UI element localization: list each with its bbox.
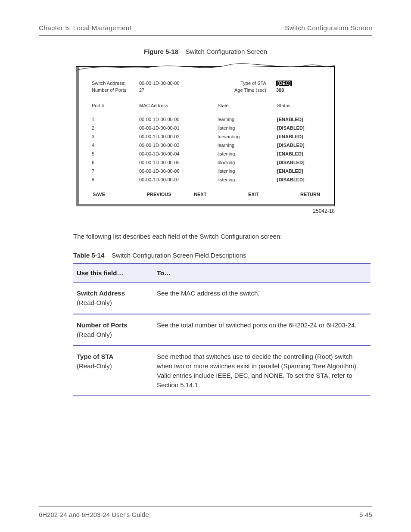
screenshot-body: Switch Address: Number of Ports: 00-00-1…: [76, 67, 335, 206]
next-button[interactable]: NEXT: [194, 192, 206, 197]
cell-status[interactable]: [DISABLED]: [277, 177, 319, 182]
cell-port: 2: [92, 125, 139, 131]
cell-status[interactable]: [ENABLED]: [277, 117, 319, 122]
screen-button-row: SAVE PREVIOUS NEXT EXIT RETURN: [92, 192, 321, 197]
figure-image-id: 25042-18: [76, 208, 335, 214]
exit-button[interactable]: EXIT: [248, 192, 258, 197]
table-caption: Table 5-14 Switch Configuration Screen F…: [73, 252, 372, 259]
return-button[interactable]: RETURN: [300, 192, 320, 197]
cell-mac: 00-00-1D-00-00-04: [139, 151, 218, 156]
table-row: 100-00-1D-00-00-00learning[ENABLED]: [92, 115, 321, 124]
cell-field: Number of Ports(Read-Only): [73, 314, 153, 346]
table-number: Table 5-14: [73, 252, 104, 259]
table-row: 800-00-1D-00-00-07listening[DISABLED]: [92, 175, 321, 184]
table-col1: Use this field…: [73, 264, 153, 282]
cell-mac: 00-00-1D-00-00-07: [139, 177, 218, 182]
type-sta-label: Type of STA:: [221, 81, 268, 87]
screen-table-body: 100-00-1D-00-00-00learning[ENABLED]200-0…: [92, 115, 321, 184]
previous-button[interactable]: PREVIOUS: [147, 192, 171, 197]
cell-field: Type of STA(Read-Only): [73, 345, 153, 396]
table-row: Type of STA(Read-Only)See method that sw…: [73, 345, 371, 396]
screen-table-header: Port # MAC Address State Status: [92, 103, 321, 108]
cell-port: 5: [92, 151, 139, 156]
table-row: Switch Address(Read-Only)See the MAC add…: [73, 282, 371, 314]
table-col2: To…: [153, 264, 371, 282]
screen-top-info: Switch Address: Number of Ports: 00-00-1…: [92, 81, 321, 94]
age-time-value[interactable]: 300: [276, 87, 302, 94]
cell-field: Switch Address(Read-Only): [73, 282, 153, 314]
age-time-label: Age Time (sec):: [221, 87, 268, 94]
figure-caption: Figure 5-18 Switch Configuration Screen: [39, 48, 372, 55]
table-row: Number of Ports(Read-Only)See the total …: [73, 314, 371, 346]
table-row: 300-00-1D-00-00-02forwarding[ENABLED]: [92, 132, 321, 141]
cell-port: 8: [92, 177, 139, 182]
screenshot-frame: Switch Address: Number of Ports: 00-00-1…: [76, 66, 335, 206]
page: Chapter 5: Local Management Switch Confi…: [0, 0, 411, 532]
cell-mac: 00-00-1D-00-00-03: [139, 143, 218, 148]
cell-port: 3: [92, 134, 139, 139]
save-button[interactable]: SAVE: [93, 192, 105, 197]
type-sta-value[interactable]: [DEC]: [276, 81, 292, 86]
num-ports-label: Number of Ports:: [92, 87, 139, 94]
cell-status[interactable]: [DISABLED]: [277, 160, 319, 165]
cell-desc: See the total number of switched ports o…: [153, 314, 371, 346]
cell-status[interactable]: [ENABLED]: [277, 168, 319, 174]
body-paragraph: The following list describes each field …: [73, 231, 340, 241]
col-mac: MAC Address: [139, 103, 218, 108]
footer: 6H202-24 and 6H203-24 User's Guide 5-45: [39, 506, 372, 518]
switch-address-label: Switch Address:: [92, 81, 139, 87]
table-row: 600-00-1D-00-00-05blocking[DISABLED]: [92, 158, 321, 167]
cell-mac: 00-00-1D-00-00-06: [139, 168, 218, 174]
running-head-left: Chapter 5: Local Management: [39, 24, 131, 31]
cell-state: listening: [218, 168, 277, 174]
head-rule: [39, 35, 372, 36]
torn-top-icon: [76, 62, 335, 72]
cell-state: forwarding: [218, 134, 277, 139]
col-state: State: [218, 103, 277, 108]
num-ports-value: 27: [139, 87, 221, 94]
figure: Switch Address: Number of Ports: 00-00-1…: [76, 66, 335, 206]
table-row: 400-00-1D-00-00-03learning[DISABLED]: [92, 141, 321, 149]
cell-status[interactable]: [DISABLED]: [277, 125, 319, 131]
col-port: Port #: [92, 103, 139, 108]
cell-port: 6: [92, 160, 139, 165]
footer-right: 5-45: [359, 511, 372, 518]
footer-left: 6H202-24 and 6H203-24 User's Guide: [39, 511, 149, 518]
running-head: Chapter 5: Local Management Switch Confi…: [39, 24, 372, 31]
running-head-right: Switch Configuration Screen: [285, 24, 372, 31]
table-row: 700-00-1D-00-00-06listening[ENABLED]: [92, 167, 321, 175]
cell-state: listening: [218, 125, 277, 131]
cell-status[interactable]: [ENABLED]: [277, 151, 319, 156]
cell-port: 1: [92, 117, 139, 122]
cell-mac: 00-00-1D-00-00-05: [139, 160, 218, 165]
cell-state: learning: [218, 143, 277, 148]
cell-port: 4: [92, 143, 139, 148]
cell-state: learning: [218, 117, 277, 122]
table-row: 500-00-1D-00-00-04listening[ENABLED]: [92, 149, 321, 158]
table-title: Switch Configuration Screen Field Descri…: [112, 252, 246, 259]
cell-state: blocking: [218, 160, 277, 165]
cell-state: listening: [218, 151, 277, 156]
cell-mac: 00-00-1D-00-00-00: [139, 117, 218, 122]
cell-port: 7: [92, 168, 139, 174]
cell-desc: See the MAC address of the switch.: [153, 282, 371, 314]
cell-status[interactable]: [ENABLED]: [277, 134, 319, 139]
cell-desc: See method that switches use to decide t…: [153, 345, 371, 396]
cell-state: listening: [218, 177, 277, 182]
figure-number: Figure 5-18: [144, 48, 178, 55]
table-row: 200-00-1D-00-00-01listening[DISABLED]: [92, 124, 321, 132]
field-description-table: Use this field… To… Switch Address(Read-…: [73, 263, 371, 396]
col-status: Status: [277, 103, 319, 108]
cell-status[interactable]: [DISABLED]: [277, 143, 319, 148]
cell-mac: 00-00-1D-00-00-02: [139, 134, 218, 139]
switch-address-value: 00-00-1D-00-00-00: [139, 81, 221, 87]
figure-title: Switch Configuration Screen: [186, 48, 267, 55]
cell-mac: 00-00-1D-00-00-01: [139, 125, 218, 131]
